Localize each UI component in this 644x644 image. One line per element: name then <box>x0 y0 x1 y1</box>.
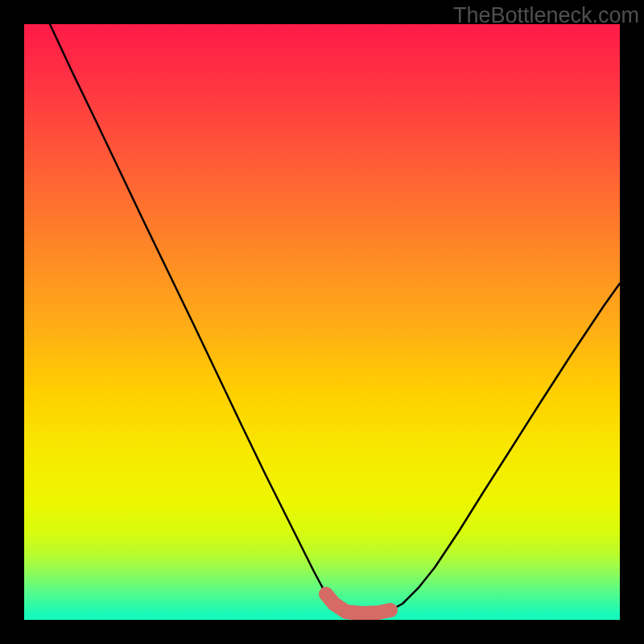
chart-svg <box>24 24 620 620</box>
watermark-text: TheBottleneck.com <box>453 3 639 28</box>
optimal-range-highlight <box>326 594 390 613</box>
outer-frame: TheBottleneck.com <box>0 0 644 644</box>
bottleneck-curve <box>50 24 620 613</box>
plot-area <box>24 24 620 620</box>
